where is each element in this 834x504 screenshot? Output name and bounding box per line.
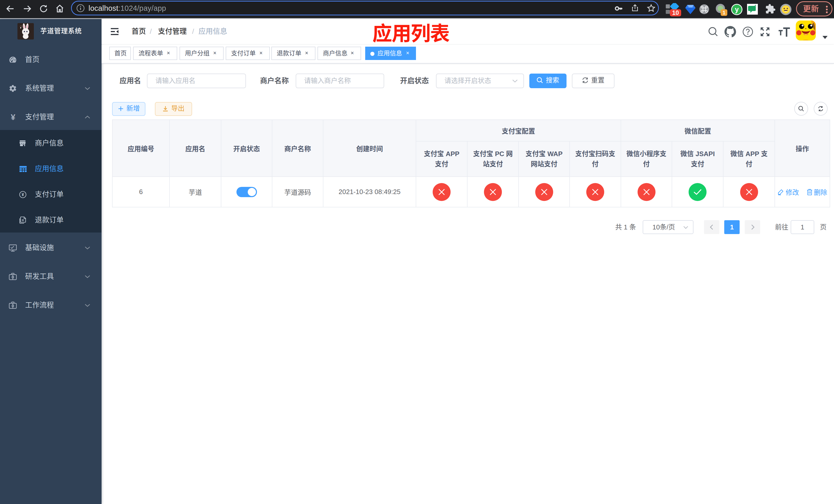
svg-text:¥: ¥ <box>11 113 15 121</box>
svg-text:1: 1 <box>722 10 725 15</box>
svg-text:y: y <box>735 6 739 13</box>
svg-text:10: 10 <box>672 9 679 16</box>
svg-text:¥: ¥ <box>22 192 24 197</box>
